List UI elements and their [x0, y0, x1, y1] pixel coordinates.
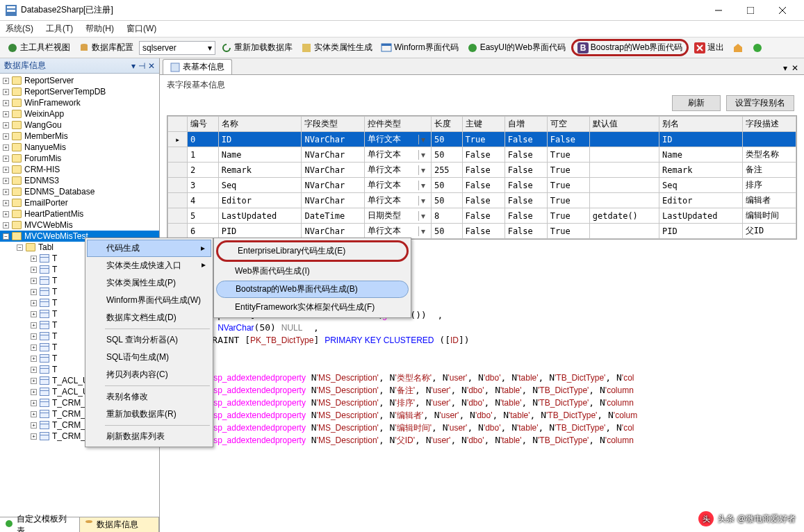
- toolbar-exit[interactable]: 退出: [691, 40, 727, 55]
- toolbar-winform[interactable]: Winform界面代码: [378, 40, 461, 55]
- toolbar-easyui[interactable]: EasyUI的Web界面代码: [464, 40, 568, 55]
- menu-tools[interactable]: 工具(T): [46, 23, 73, 35]
- table-row[interactable]: 3SeqNVarChar单行文本▾50FalseFalseTrueSeq排序: [168, 178, 796, 193]
- context-submenu[interactable]: EnterpriseLibrary代码生成(E) Web界面代码生成(I) Bo…: [213, 238, 411, 318]
- svg-rect-10: [302, 44, 311, 52]
- sub-bootstrap[interactable]: Bootstrap的Web界面代码生成(B): [216, 281, 409, 298]
- ctx-winform[interactable]: Winform界面代码生成(W): [87, 292, 211, 309]
- table-row[interactable]: 6PIDNVarChar单行文本▾50FalseFalseTruePID父ID: [168, 224, 796, 239]
- toolbar-bootstrap[interactable]: BBoostrap的Web界面代码: [571, 39, 689, 56]
- toolbar-home-icon[interactable]: [730, 41, 746, 55]
- sub-web[interactable]: Web界面代码生成(I): [215, 263, 409, 280]
- db-node[interactable]: +MemberMis: [0, 131, 159, 142]
- menubar: 系统(S) 工具(T) 帮助(H) 窗口(W): [0, 21, 804, 38]
- menu-system[interactable]: 系统(S): [6, 23, 33, 35]
- toolbar-db-type-select[interactable]: sqlserver▾: [139, 41, 215, 55]
- ctx-entity-quick[interactable]: 实体类生成快速入口▸: [87, 257, 211, 274]
- toolbar-entity-attr[interactable]: 实体类属性生成: [298, 40, 375, 55]
- minimize-button[interactable]: [703, 0, 735, 21]
- content-tab[interactable]: 表基本信息: [163, 59, 232, 74]
- db-node[interactable]: +ForumMis: [0, 153, 159, 164]
- sidebar-pin-icon[interactable]: ⊣: [138, 61, 145, 71]
- table-row[interactable]: 1NameNVarChar单行文本▾50FalseFalseTrueName类型…: [168, 147, 796, 163]
- svg-rect-4: [747, 7, 754, 14]
- db-node[interactable]: +EmailPorter: [0, 197, 159, 208]
- db-node[interactable]: +ReportServerTempDB: [0, 86, 159, 97]
- toolbar-refresh-icon[interactable]: [749, 41, 766, 55]
- menu-window[interactable]: 窗口(W): [126, 23, 156, 35]
- tab-dropdown-icon[interactable]: ▾: [783, 63, 787, 73]
- set-alias-button[interactable]: 设置字段别名: [726, 95, 794, 111]
- svg-rect-1: [7, 6, 15, 8]
- titlebar: Database2Sharp[已注册]: [0, 0, 804, 21]
- db-node[interactable]: +HeartPatientMis: [0, 208, 159, 219]
- sub-enterprise[interactable]: EnterpriseLibrary代码生成(E): [216, 240, 409, 262]
- ctx-copy-table[interactable]: 拷贝列表内容(C): [87, 366, 211, 383]
- db-node[interactable]: +EDNMS3: [0, 175, 159, 186]
- close-button[interactable]: [766, 0, 798, 21]
- svg-rect-22: [171, 63, 179, 72]
- ctx-refresh[interactable]: 刷新数据库列表: [87, 428, 211, 445]
- svg-rect-12: [382, 44, 391, 46]
- ctx-codegen[interactable]: 代码生成▸: [87, 240, 211, 257]
- ctx-alias[interactable]: 表别名修改: [87, 388, 211, 406]
- sidebar-dropdown-icon[interactable]: ▾: [131, 61, 136, 71]
- toolbar-db-config[interactable]: 数据库配置: [76, 40, 136, 55]
- table-row[interactable]: 4EditorNVarChar单行文本▾50FalseFalseTrueEdit…: [168, 193, 796, 208]
- content-tabstrip: 表基本信息 ▾ ✕: [160, 58, 804, 75]
- toolbar: 主工具栏视图 数据库配置 sqlserver▾ 重新加载数据库 实体类属性生成 …: [0, 38, 804, 58]
- toolbar-main-view[interactable]: 主工具栏视图: [4, 40, 73, 55]
- table-row[interactable]: 2RemarkNVarChar单行文本▾255FalseFalseTrueRem…: [168, 163, 796, 178]
- sidebar-tab-templates[interactable]: 自定义模板列表: [0, 517, 80, 532]
- svg-rect-2: [7, 10, 15, 12]
- table-row[interactable]: 5LastUpdatedDateTime日期类型▾8FalseFalseTrue…: [168, 208, 796, 224]
- app-icon: [6, 5, 17, 16]
- sub-header: 表字段基本信息: [160, 75, 804, 95]
- window-title: Database2Sharp[已注册]: [21, 4, 703, 16]
- db-node[interactable]: +EDNMS_Database: [0, 186, 159, 197]
- ctx-reload[interactable]: 重新加载数据库(R): [87, 406, 211, 423]
- db-node[interactable]: +WangGou: [0, 119, 159, 131]
- db-node[interactable]: +WinFramework: [0, 97, 159, 108]
- sub-ef[interactable]: EntityFramework实体框架代码生成(F): [215, 299, 409, 316]
- refresh-button[interactable]: 刷新: [672, 95, 721, 111]
- db-node[interactable]: +CRM-HIS: [0, 164, 159, 175]
- table-icon: [170, 63, 180, 72]
- svg-rect-9: [81, 45, 88, 51]
- ctx-sql-gen[interactable]: SQL语句生成(M): [87, 349, 211, 366]
- toolbar-reload[interactable]: 重新加载数据库: [218, 40, 295, 55]
- sidebar-header: 数据库信息 ▾ ⊣ ✕: [0, 58, 159, 74]
- ctx-dbdoc[interactable]: 数据库文档生成(D): [87, 309, 211, 326]
- ctx-sql-analyzer[interactable]: SQL 查询分析器(A): [87, 331, 211, 349]
- maximize-button[interactable]: [735, 0, 766, 21]
- context-menu[interactable]: 代码生成▸ 实体类生成快速入口▸ 实体类属性生成(P) Winform界面代码生…: [85, 238, 213, 447]
- svg-point-13: [468, 44, 477, 52]
- watermark: 头 头条 @微电商爱好者: [698, 511, 796, 526]
- svg-text:B: B: [580, 43, 586, 53]
- sidebar-tab-dbinfo[interactable]: 数据库信息: [80, 517, 160, 532]
- db-node[interactable]: +ReportServer: [0, 75, 159, 86]
- field-grid[interactable]: 编号名称字段类型控件类型长度主键自增可空默认值别名字段描述▸0IDNVarCha…: [167, 115, 797, 240]
- tab-close-icon[interactable]: ✕: [791, 63, 798, 73]
- menu-help[interactable]: 帮助(H): [85, 23, 114, 35]
- db-node[interactable]: +MVCWebMis: [0, 219, 159, 231]
- watermark-icon: 头: [698, 511, 714, 526]
- svg-point-20: [6, 520, 13, 527]
- svg-point-19: [753, 44, 762, 52]
- svg-point-21: [85, 520, 92, 523]
- table-row[interactable]: ▸0IDNVarChar单行文本▾50TrueFalseFalseID: [168, 132, 796, 147]
- ctx-entity-attr[interactable]: 实体类属性生成(P): [87, 274, 211, 292]
- svg-point-7: [8, 44, 17, 52]
- db-node[interactable]: +WeixinApp: [0, 108, 159, 119]
- sidebar-close-icon[interactable]: ✕: [148, 61, 155, 71]
- db-node[interactable]: +NanyueMis: [0, 142, 159, 153]
